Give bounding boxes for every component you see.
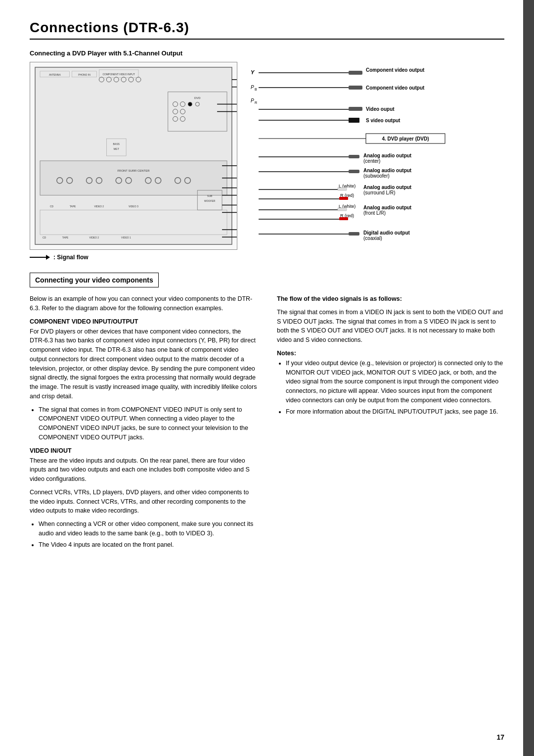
svg-text:4. DVD player (DVD): 4. DVD player (DVD) — [382, 136, 429, 142]
flow-heading: The flow of the video signals is as foll… — [277, 295, 402, 302]
svg-text:Component video output: Component video output — [366, 85, 425, 91]
video-inout-text2: Connect VCRs, VTRs, LD players, DVD play… — [30, 488, 257, 516]
svg-text:ANTENNA: ANTENNA — [49, 74, 61, 76]
svg-text:WOOFER: WOOFER — [204, 200, 216, 202]
svg-rect-69 — [349, 86, 362, 90]
svg-text:Analog audio output: Analog audio output — [363, 168, 412, 173]
right-connections: Y Component video output P B Component v… — [242, 62, 504, 250]
right-sidebar — [523, 0, 534, 756]
intro-paragraph: Below is an example of how you can conne… — [30, 294, 257, 313]
video-inout-text1: These are the video inputs and outputs. … — [30, 456, 257, 484]
svg-text:R: R — [255, 101, 257, 104]
svg-text:S video output: S video output — [366, 118, 400, 123]
svg-rect-64 — [349, 71, 362, 75]
svg-text:Y: Y — [251, 69, 255, 75]
svg-text:B: B — [255, 88, 257, 91]
component-video-text: For DVD players or other devices that ha… — [30, 327, 257, 401]
svg-text:CD: CD — [43, 236, 46, 239]
svg-point-21 — [188, 102, 192, 106]
component-bullet: The signal that comes in from COMPONENT … — [39, 405, 257, 442]
note1: If your video output device (e.g., telev… — [286, 359, 504, 405]
svg-rect-92 — [338, 188, 347, 190]
diagram-container: ANTENNA PHONO IN COMPONENT VIDEO INPUT D… — [30, 62, 504, 250]
svg-text:(surround L/R): (surround L/R) — [363, 190, 395, 195]
svg-text:Video ouput: Video ouput — [366, 106, 395, 112]
svg-rect-97 — [339, 197, 348, 200]
diagram-heading: Connecting a DVD Player with 5.1-Channel… — [30, 49, 504, 57]
svg-text:VIDEO 1: VIDEO 1 — [121, 236, 131, 239]
signal-flow-legend: : Signal flow — [30, 254, 504, 261]
svg-text:CD: CD — [50, 205, 54, 208]
signal-flow-arrow — [30, 257, 49, 258]
svg-text:(center): (center) — [363, 158, 380, 164]
svg-text:FRONT  SURR  CENTER: FRONT SURR CENTER — [117, 169, 150, 172]
title-rule — [30, 39, 504, 40]
svg-text:COMPONENT VIDEO INPUT: COMPONENT VIDEO INPUT — [102, 73, 134, 76]
svg-text:VIDEO 2: VIDEO 2 — [94, 205, 104, 208]
svg-text:BASS: BASS — [113, 143, 120, 145]
svg-text:Digital audio output: Digital audio output — [363, 230, 410, 236]
svg-rect-87 — [349, 170, 359, 173]
svg-rect-107 — [349, 232, 359, 236]
svg-text:Analog audio output: Analog audio output — [363, 185, 412, 190]
video-components-box-title: Connecting your video components — [30, 273, 159, 287]
svg-text:TAPE: TAPE — [62, 236, 69, 239]
video-inout-list: When connecting a VCR or other video com… — [39, 520, 257, 549]
svg-rect-83 — [349, 155, 359, 158]
svg-text:DVD: DVD — [194, 96, 201, 99]
note2: For more information about the DIGITAL I… — [286, 407, 504, 417]
receiver-svg: ANTENNA PHONO IN COMPONENT VIDEO INPUT D… — [30, 62, 237, 249]
video-bullet1: When connecting a VCR or other video com… — [39, 520, 257, 538]
video-bullet2: The Video 4 inputs are located on the fr… — [39, 540, 257, 550]
svg-rect-74 — [349, 107, 362, 111]
connections-svg: Y Component video output P B Component v… — [242, 62, 504, 250]
svg-text:VIDEO 3: VIDEO 3 — [129, 205, 138, 208]
video-inout-heading: VIDEO IN/OUT — [30, 447, 257, 454]
svg-text:SUB: SUB — [207, 195, 213, 197]
page-number: 17 — [496, 733, 504, 741]
two-col-layout: Below is an example of how you can conne… — [30, 294, 504, 553]
svg-text:(subwoofer): (subwoofer) — [363, 173, 390, 179]
svg-rect-77 — [349, 118, 359, 123]
video-components-section: Connecting your video components Below i… — [30, 273, 504, 553]
svg-text:VIDEO 2: VIDEO 2 — [89, 236, 99, 239]
svg-rect-105 — [339, 217, 348, 220]
receiver-diagram: ANTENNA PHONO IN COMPONENT VIDEO INPUT D… — [30, 62, 237, 250]
component-video-heading: COMPONENT VIDEO INPUT/OUTPUT — [30, 318, 257, 325]
flow-text: The signal that comes in from a VIDEO IN… — [277, 308, 504, 345]
page-title: Connections (DTR-6.3) — [30, 20, 504, 36]
component-video-list: The signal that comes in from COMPONENT … — [39, 405, 257, 442]
svg-rect-100 — [338, 208, 347, 211]
svg-text:PHONO IN: PHONO IN — [78, 74, 90, 76]
notes-heading: Notes: — [277, 350, 504, 357]
svg-text:(front L/R): (front L/R) — [363, 210, 386, 216]
svg-text:Analog audio output: Analog audio output — [363, 153, 412, 158]
svg-rect-0 — [35, 67, 232, 244]
svg-text:MGT: MGT — [114, 148, 119, 150]
svg-text:P: P — [251, 85, 254, 90]
right-column: The flow of the video signals is as foll… — [277, 294, 504, 553]
svg-text:TAPE: TAPE — [70, 205, 76, 208]
svg-text:Component video output: Component video output — [366, 67, 425, 73]
diagram-section: Connecting a DVD Player with 5.1-Channel… — [30, 49, 504, 261]
svg-text:Analog audio output: Analog audio output — [363, 205, 412, 210]
svg-text:P: P — [251, 98, 254, 103]
notes-list: If your video output device (e.g., telev… — [286, 359, 504, 417]
left-column: Below is an example of how you can conne… — [30, 294, 257, 553]
svg-text:(coaxial): (coaxial) — [363, 236, 382, 241]
signal-flow-label: : Signal flow — [53, 254, 89, 261]
